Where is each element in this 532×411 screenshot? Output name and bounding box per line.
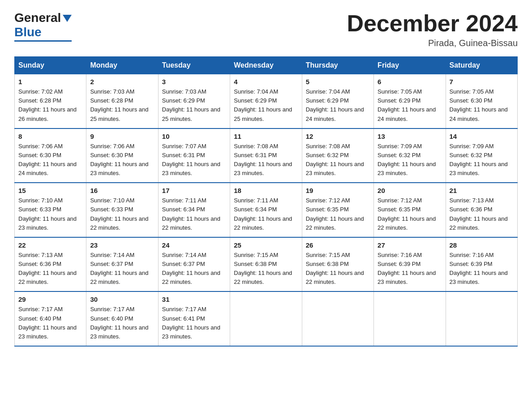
calendar-cell: 27 Sunrise: 7:16 AMSunset: 6:39 PMDaylig…	[374, 237, 446, 292]
calendar-cell: 23 Sunrise: 7:14 AMSunset: 6:37 PMDaylig…	[86, 237, 158, 292]
logo: General Blue	[14, 11, 72, 42]
day-number: 7	[450, 78, 514, 86]
sun-info: Sunrise: 7:05 AMSunset: 6:29 PMDaylight:…	[378, 87, 442, 124]
calendar-cell: 22 Sunrise: 7:13 AMSunset: 6:36 PMDaylig…	[15, 237, 86, 292]
day-number: 16	[90, 187, 154, 194]
week-row-2: 8 Sunrise: 7:06 AMSunset: 6:30 PMDayligh…	[15, 128, 518, 183]
day-number: 19	[306, 187, 370, 194]
column-header-wednesday: Wednesday	[230, 57, 302, 74]
day-number: 28	[450, 241, 514, 249]
header-row: SundayMondayTuesdayWednesdayThursdayFrid…	[15, 57, 518, 74]
logo-general: General	[14, 11, 61, 25]
day-number: 31	[162, 295, 226, 303]
day-number: 10	[162, 133, 226, 140]
day-number: 6	[378, 78, 442, 86]
sun-info: Sunrise: 7:08 AMSunset: 6:31 PMDaylight:…	[234, 142, 298, 178]
column-header-monday: Monday	[86, 57, 158, 74]
day-number: 11	[234, 133, 298, 140]
day-number: 24	[162, 241, 226, 249]
calendar-cell	[302, 291, 373, 346]
calendar-cell: 20 Sunrise: 7:12 AMSunset: 6:35 PMDaylig…	[374, 183, 446, 237]
calendar-cell: 18 Sunrise: 7:11 AMSunset: 6:34 PMDaylig…	[230, 183, 302, 237]
day-number: 1	[18, 78, 82, 86]
calendar-cell: 7 Sunrise: 7:05 AMSunset: 6:30 PMDayligh…	[446, 74, 517, 128]
sun-info: Sunrise: 7:16 AMSunset: 6:39 PMDaylight:…	[450, 251, 514, 287]
calendar-cell	[374, 291, 446, 346]
calendar-cell: 28 Sunrise: 7:16 AMSunset: 6:39 PMDaylig…	[446, 237, 517, 292]
sun-info: Sunrise: 7:03 AMSunset: 6:28 PMDaylight:…	[90, 87, 154, 124]
day-number: 18	[234, 187, 298, 194]
sun-info: Sunrise: 7:02 AMSunset: 6:28 PMDaylight:…	[18, 87, 82, 124]
column-header-sunday: Sunday	[15, 57, 86, 74]
calendar-cell: 12 Sunrise: 7:08 AMSunset: 6:32 PMDaylig…	[302, 128, 373, 183]
day-number: 2	[90, 78, 154, 86]
day-number: 4	[234, 78, 298, 86]
logo-triangle-icon	[63, 15, 72, 22]
calendar-table: SundayMondayTuesdayWednesdayThursdayFrid…	[14, 56, 518, 347]
day-number: 26	[306, 241, 370, 249]
sun-info: Sunrise: 7:04 AMSunset: 6:29 PMDaylight:…	[234, 87, 298, 124]
day-number: 3	[162, 78, 226, 86]
sun-info: Sunrise: 7:05 AMSunset: 6:30 PMDaylight:…	[450, 87, 514, 124]
calendar-cell: 15 Sunrise: 7:10 AMSunset: 6:33 PMDaylig…	[15, 183, 86, 237]
day-number: 15	[18, 187, 82, 194]
sun-info: Sunrise: 7:12 AMSunset: 6:35 PMDaylight:…	[306, 196, 370, 232]
day-number: 9	[90, 133, 154, 140]
column-header-saturday: Saturday	[446, 57, 517, 74]
sun-info: Sunrise: 7:10 AMSunset: 6:33 PMDaylight:…	[90, 196, 154, 232]
calendar-cell	[446, 291, 517, 346]
day-number: 25	[234, 241, 298, 249]
calendar-cell: 3 Sunrise: 7:03 AMSunset: 6:29 PMDayligh…	[158, 74, 230, 128]
header-right: December 2024 Pirada, Guinea-Bissau	[347, 11, 518, 48]
sun-info: Sunrise: 7:17 AMSunset: 6:40 PMDaylight:…	[18, 305, 82, 341]
calendar-cell: 10 Sunrise: 7:07 AMSunset: 6:31 PMDaylig…	[158, 128, 230, 183]
calendar-cell: 8 Sunrise: 7:06 AMSunset: 6:30 PMDayligh…	[15, 128, 86, 183]
sun-info: Sunrise: 7:17 AMSunset: 6:40 PMDaylight:…	[90, 305, 154, 341]
calendar-cell: 11 Sunrise: 7:08 AMSunset: 6:31 PMDaylig…	[230, 128, 302, 183]
sun-info: Sunrise: 7:07 AMSunset: 6:31 PMDaylight:…	[162, 142, 226, 178]
day-number: 23	[90, 241, 154, 249]
calendar-cell	[230, 291, 302, 346]
calendar-cell: 13 Sunrise: 7:09 AMSunset: 6:32 PMDaylig…	[374, 128, 446, 183]
sun-info: Sunrise: 7:09 AMSunset: 6:32 PMDaylight:…	[378, 142, 442, 178]
calendar-cell: 21 Sunrise: 7:13 AMSunset: 6:36 PMDaylig…	[446, 183, 517, 237]
sun-info: Sunrise: 7:09 AMSunset: 6:32 PMDaylight:…	[450, 142, 514, 178]
calendar-cell: 30 Sunrise: 7:17 AMSunset: 6:40 PMDaylig…	[86, 291, 158, 346]
column-header-friday: Friday	[374, 57, 446, 74]
day-number: 29	[18, 295, 82, 303]
day-number: 14	[450, 133, 514, 140]
location: Pirada, Guinea-Bissau	[347, 38, 518, 48]
sun-info: Sunrise: 7:04 AMSunset: 6:29 PMDaylight:…	[306, 87, 370, 124]
sun-info: Sunrise: 7:06 AMSunset: 6:30 PMDaylight:…	[18, 142, 82, 178]
week-row-3: 15 Sunrise: 7:10 AMSunset: 6:33 PMDaylig…	[15, 183, 518, 237]
sun-info: Sunrise: 7:13 AMSunset: 6:36 PMDaylight:…	[18, 251, 82, 287]
calendar-cell: 26 Sunrise: 7:15 AMSunset: 6:38 PMDaylig…	[302, 237, 373, 292]
day-number: 13	[378, 133, 442, 140]
calendar-cell: 29 Sunrise: 7:17 AMSunset: 6:40 PMDaylig…	[15, 291, 86, 346]
day-number: 12	[306, 133, 370, 140]
sun-info: Sunrise: 7:11 AMSunset: 6:34 PMDaylight:…	[162, 196, 226, 232]
day-number: 5	[306, 78, 370, 86]
calendar-cell: 31 Sunrise: 7:17 AMSunset: 6:41 PMDaylig…	[158, 291, 230, 346]
calendar-header: SundayMondayTuesdayWednesdayThursdayFrid…	[15, 57, 518, 74]
logo-text: General	[14, 11, 72, 25]
logo-underline	[14, 40, 72, 42]
sun-info: Sunrise: 7:14 AMSunset: 6:37 PMDaylight:…	[162, 251, 226, 287]
week-row-1: 1 Sunrise: 7:02 AMSunset: 6:28 PMDayligh…	[15, 74, 518, 128]
calendar-cell: 1 Sunrise: 7:02 AMSunset: 6:28 PMDayligh…	[15, 74, 86, 128]
sun-info: Sunrise: 7:16 AMSunset: 6:39 PMDaylight:…	[378, 251, 442, 287]
sun-info: Sunrise: 7:11 AMSunset: 6:34 PMDaylight:…	[234, 196, 298, 232]
calendar-cell: 6 Sunrise: 7:05 AMSunset: 6:29 PMDayligh…	[374, 74, 446, 128]
week-row-5: 29 Sunrise: 7:17 AMSunset: 6:40 PMDaylig…	[15, 291, 518, 346]
calendar-cell: 2 Sunrise: 7:03 AMSunset: 6:28 PMDayligh…	[86, 74, 158, 128]
day-number: 17	[162, 187, 226, 194]
calendar-cell: 4 Sunrise: 7:04 AMSunset: 6:29 PMDayligh…	[230, 74, 302, 128]
day-number: 20	[378, 187, 442, 194]
sun-info: Sunrise: 7:08 AMSunset: 6:32 PMDaylight:…	[306, 142, 370, 178]
month-title: December 2024	[347, 11, 518, 36]
week-row-4: 22 Sunrise: 7:13 AMSunset: 6:36 PMDaylig…	[15, 237, 518, 292]
sun-info: Sunrise: 7:03 AMSunset: 6:29 PMDaylight:…	[162, 87, 226, 124]
sun-info: Sunrise: 7:14 AMSunset: 6:37 PMDaylight:…	[90, 251, 154, 287]
calendar-cell: 5 Sunrise: 7:04 AMSunset: 6:29 PMDayligh…	[302, 74, 373, 128]
day-number: 21	[450, 187, 514, 194]
